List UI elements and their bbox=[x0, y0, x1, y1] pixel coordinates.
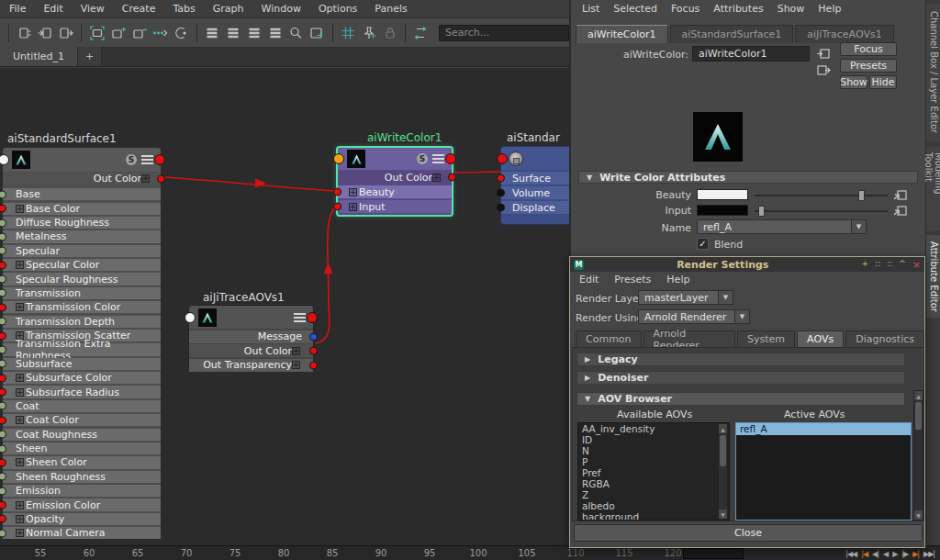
attr-port[interactable] bbox=[0, 345, 6, 353]
expand-icon[interactable]: + bbox=[16, 529, 24, 537]
attr-row-transmission-extra-roughness[interactable]: Transmission Extra Roughness bbox=[3, 343, 161, 355]
attr-row-message[interactable]: Message bbox=[189, 330, 313, 343]
attr-port[interactable] bbox=[0, 360, 6, 368]
node-name-field[interactable]: aiWriteColor1 bbox=[692, 46, 810, 62]
go-to-start-icon[interactable]: |◀◀ bbox=[845, 550, 856, 558]
attr-port[interactable] bbox=[497, 174, 505, 183]
node-aijitraceaovs1[interactable]: MessageOut Color+Out Transparency+ bbox=[188, 305, 314, 372]
attr-row-out-color[interactable]: Out Color + bbox=[338, 171, 452, 184]
rs-tab-arnold-renderer[interactable]: Arnold Renderer bbox=[643, 330, 736, 347]
go-to-end-icon[interactable]: ▶▶| bbox=[923, 550, 934, 558]
node-header[interactable] bbox=[189, 306, 313, 329]
node-graph-canvas[interactable]: aiStandardSurface1 S Out Color + Base+Ba… bbox=[0, 68, 569, 545]
attr-row-coat-roughness[interactable]: Coat Roughness bbox=[3, 429, 161, 441]
attr-row-emission-color[interactable]: +Emission Color bbox=[3, 498, 161, 510]
menu-view[interactable]: View bbox=[81, 3, 105, 15]
expand-icon[interactable]: + bbox=[349, 203, 357, 211]
display-custom-mode-icon[interactable] bbox=[264, 22, 285, 43]
display-full-mode-icon[interactable] bbox=[243, 22, 264, 43]
ae-menu-list[interactable]: List bbox=[582, 3, 599, 15]
attr-row-volume[interactable]: Volume bbox=[501, 186, 569, 199]
node-aistandardsurface1[interactable]: S Out Color + Base+Base ColorDiffuse Rou… bbox=[2, 147, 162, 538]
attr-port[interactable] bbox=[0, 232, 6, 241]
node-aiwritecolor1[interactable]: S Out Color + + Beauty + Input bbox=[336, 146, 453, 217]
node-state-port[interactable] bbox=[0, 154, 9, 165]
aov-item-rgba[interactable]: RGBA bbox=[578, 478, 729, 489]
attr-row-sheen[interactable]: Sheen bbox=[3, 442, 161, 454]
rs-tab-system[interactable]: System bbox=[737, 330, 795, 347]
side-tab-attribute-editor[interactable]: Attribute Editor bbox=[926, 235, 940, 318]
aov-item-id[interactable]: ID bbox=[578, 434, 729, 445]
attr-port[interactable] bbox=[497, 204, 505, 212]
aov-item-p[interactable]: P bbox=[578, 456, 729, 467]
expand-icon[interactable]: + bbox=[292, 347, 300, 355]
attr-row-subsurface-color[interactable]: +Subsurface Color bbox=[3, 372, 161, 384]
expand-icon[interactable]: + bbox=[292, 361, 300, 369]
node-header[interactable] bbox=[501, 147, 569, 170]
sync-graph-icon[interactable] bbox=[410, 22, 431, 43]
expand-icon[interactable]: + bbox=[432, 174, 441, 182]
step-forward-key-icon[interactable]: ▶| bbox=[912, 550, 919, 558]
expand-icon[interactable]: + bbox=[16, 388, 24, 397]
attr-port[interactable] bbox=[0, 487, 6, 495]
add-upstream-graph-icon[interactable] bbox=[107, 22, 129, 43]
aov-item-pref[interactable]: Pref bbox=[578, 467, 729, 478]
attr-port[interactable] bbox=[497, 189, 505, 197]
aov-item-background[interactable]: background bbox=[578, 511, 729, 521]
tear-off-copy-icon[interactable] bbox=[815, 63, 832, 77]
attr-row-specular-roughness[interactable]: Specular Roughness bbox=[3, 273, 161, 285]
shading-badge[interactable]: S bbox=[417, 153, 428, 164]
attr-row-beauty[interactable]: + Beauty bbox=[338, 185, 452, 198]
step-back-key-icon[interactable]: |◀ bbox=[861, 550, 867, 558]
remove-downstream-graph-icon[interactable] bbox=[129, 22, 150, 43]
attr-port[interactable] bbox=[0, 416, 6, 424]
attr-row-sheen-color[interactable]: +Sheen Color bbox=[3, 456, 161, 468]
float-window-icon[interactable]: :: bbox=[887, 259, 892, 271]
lock-graph-icon[interactable] bbox=[379, 22, 400, 43]
attr-port[interactable] bbox=[309, 347, 318, 355]
expand-icon[interactable]: + bbox=[16, 205, 24, 213]
menu-window[interactable]: Window bbox=[262, 3, 301, 15]
aov-item-albedo[interactable]: albedo bbox=[578, 500, 729, 511]
node-out-port[interactable] bbox=[154, 154, 165, 165]
attr-port[interactable] bbox=[0, 190, 6, 198]
available-aovs-scrollbar[interactable]: ▲ ▼ bbox=[718, 423, 728, 520]
shading-badge[interactable]: S bbox=[126, 154, 137, 165]
attr-port[interactable] bbox=[0, 458, 6, 466]
current-frame-field[interactable] bbox=[683, 548, 744, 559]
play-forward-icon[interactable]: ▶ bbox=[892, 550, 897, 558]
attr-port[interactable] bbox=[0, 247, 6, 255]
ae-tab-aijitraceaovs1[interactable]: aiJiTraceAOVs1 bbox=[795, 25, 893, 43]
ae-tab-aistandardsurface1[interactable]: aiStandardSurface1 bbox=[670, 25, 794, 43]
attr-port[interactable] bbox=[0, 275, 6, 284]
node-aistandardsurface2[interactable]: SurfaceVolumeDisplace bbox=[500, 146, 569, 225]
node-menu-icon[interactable] bbox=[294, 313, 306, 322]
attr-port[interactable] bbox=[0, 374, 6, 382]
node-menu-icon[interactable] bbox=[141, 155, 153, 164]
attr-port[interactable] bbox=[0, 501, 6, 510]
port-out-color[interactable] bbox=[157, 174, 165, 183]
legacy-section[interactable]: ▶ Legacy bbox=[576, 353, 905, 366]
attr-row-subsurface-radius[interactable]: +Subsurface Radius bbox=[3, 386, 161, 398]
rs-tab-aovs[interactable]: AOVs bbox=[797, 330, 844, 347]
attr-row-out-color[interactable]: Out Color+ bbox=[189, 344, 313, 357]
active-aov-refl_a[interactable]: refl_A bbox=[736, 423, 911, 435]
zoom-search-icon[interactable] bbox=[285, 22, 307, 43]
pin-window-icon[interactable]: + bbox=[862, 259, 869, 271]
beauty-slider-handle[interactable] bbox=[858, 190, 865, 201]
aov-name-dropdown[interactable]: refl_A ▼ bbox=[697, 219, 867, 234]
step-forward-frame-icon[interactable]: |▶ bbox=[901, 550, 908, 558]
attr-port[interactable] bbox=[0, 529, 6, 537]
ae-menu-focus[interactable]: Focus bbox=[671, 3, 699, 15]
port-out-color[interactable] bbox=[448, 174, 456, 182]
attr-row-out-color[interactable]: Out Color + bbox=[3, 173, 161, 185]
aov-item-z[interactable]: Z bbox=[578, 489, 729, 500]
attr-port[interactable] bbox=[0, 444, 6, 453]
attr-row-sheen-roughness[interactable]: Sheen Roughness bbox=[3, 471, 161, 483]
scroll-down-icon[interactable]: ▼ bbox=[914, 510, 923, 520]
search-input[interactable] bbox=[440, 27, 584, 39]
attr-row-input[interactable]: + Input bbox=[338, 200, 452, 213]
expand-icon[interactable]: + bbox=[16, 515, 24, 523]
show-input-output-connections-icon[interactable] bbox=[14, 22, 35, 43]
ae-menu-attributes[interactable]: Attributes bbox=[713, 3, 763, 15]
